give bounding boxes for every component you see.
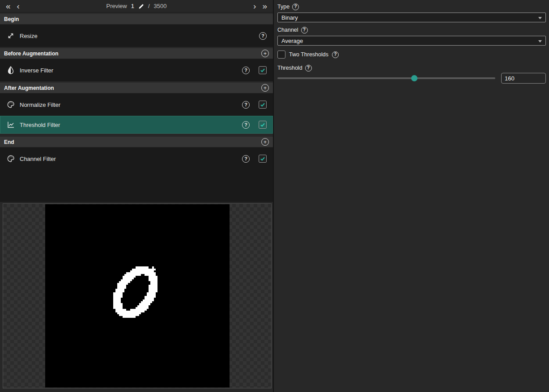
help-icon[interactable]: ? — [259, 32, 267, 40]
section-title: End — [4, 139, 14, 145]
threshold-label: Threshold — [277, 65, 302, 71]
type-label: Type — [277, 4, 289, 10]
pipeline-item-inverse-filter[interactable]: Inverse Filter ? — [0, 59, 273, 81]
threshold-value-input[interactable] — [501, 73, 546, 84]
section-header-after-augmentation: After Augmentation + — [0, 82, 273, 93]
add-filter-icon[interactable]: + — [261, 50, 269, 57]
pipeline-item-label: Inverse Filter — [20, 67, 53, 74]
line-chart-icon — [7, 121, 15, 129]
preview-label: Preview — [106, 3, 127, 9]
pipeline-empty-area — [0, 170, 273, 202]
help-icon[interactable]: ? — [242, 67, 250, 74]
type-select-value: Binary — [281, 14, 298, 21]
edit-page-icon[interactable] — [138, 4, 144, 9]
palette-icon — [7, 155, 15, 163]
help-icon[interactable]: ? — [242, 155, 250, 163]
type-field-label: Type ? — [277, 3, 546, 10]
help-icon[interactable]: ? — [305, 65, 312, 72]
help-icon[interactable]: ? — [301, 27, 308, 34]
pipeline-item-label: Resize — [20, 33, 38, 39]
section-header-before-augmentation: Before Augmentation + — [0, 48, 273, 59]
type-select[interactable]: Binary — [277, 13, 546, 22]
filter-enabled-checkbox[interactable] — [259, 155, 267, 163]
pipeline-item-channel-filter[interactable]: Channel Filter ? — [0, 148, 273, 170]
channel-field-label: Channel ? — [277, 26, 546, 34]
slider-thumb[interactable] — [411, 75, 417, 81]
pipeline-item-normalize-filter[interactable]: Normalize Filter ? — [0, 93, 273, 116]
filter-enabled-checkbox[interactable] — [259, 66, 267, 74]
section-header-begin: Begin — [0, 13, 273, 25]
channel-select-value: Average — [281, 38, 303, 44]
slider-track[interactable] — [277, 77, 495, 79]
pipeline-panel: « ‹ Preview 1 / 3500 › » Begin Resize ? … — [0, 0, 274, 392]
add-filter-icon[interactable]: + — [261, 84, 269, 92]
two-thresholds-row: Two Thresholds ? — [277, 51, 546, 59]
threshold-field-label: Threshold ? — [277, 64, 546, 72]
two-thresholds-label: Two Thresholds — [289, 51, 328, 58]
section-title: After Augmentation — [4, 85, 54, 91]
last-page-button[interactable]: » — [259, 0, 270, 12]
total-pages: 3500 — [154, 3, 167, 9]
filter-enabled-checkbox[interactable] — [259, 121, 267, 129]
threshold-slider[interactable] — [277, 73, 495, 84]
resize-icon — [7, 32, 15, 40]
preview-navigation-bar: « ‹ Preview 1 / 3500 › » — [0, 0, 273, 13]
help-icon[interactable]: ? — [292, 4, 299, 10]
filter-settings-panel: Type ? Binary Channel ? Average Two Thre… — [275, 0, 549, 392]
threshold-slider-row — [277, 73, 546, 84]
chevron-down-icon — [538, 40, 542, 42]
channel-label: Channel — [277, 27, 298, 33]
input-preview-canvas — [45, 204, 230, 388]
pipeline-item-resize[interactable]: Resize ? — [0, 25, 273, 47]
section-title: Before Augmentation — [4, 51, 59, 57]
pipeline-item-threshold-filter[interactable]: Threshold Filter ? — [0, 116, 273, 134]
help-icon[interactable]: ? — [242, 101, 250, 109]
two-thresholds-checkbox[interactable] — [277, 51, 285, 59]
pipeline-item-label: Channel Filter — [20, 156, 56, 162]
section-header-end: End + — [0, 136, 273, 148]
help-icon[interactable]: ? — [332, 51, 339, 58]
next-page-button[interactable]: › — [250, 0, 259, 12]
pipeline-item-label: Threshold Filter — [20, 122, 60, 128]
first-page-button[interactable]: « — [3, 0, 14, 12]
filter-enabled-checkbox[interactable] — [259, 101, 267, 109]
page-separator: / — [148, 3, 150, 9]
help-icon[interactable]: ? — [242, 121, 250, 129]
channel-select[interactable]: Average — [277, 36, 546, 46]
input-preview-panel — [3, 203, 272, 388]
previous-page-button[interactable]: ‹ — [14, 0, 23, 12]
pipeline-item-label: Normalize Filter — [20, 101, 60, 108]
palette-icon — [7, 101, 15, 109]
current-page-value[interactable]: 1 — [131, 3, 134, 9]
add-filter-icon[interactable]: + — [261, 138, 269, 146]
invert-colors-icon — [7, 66, 15, 74]
section-title: Begin — [4, 16, 19, 22]
chevron-down-icon — [538, 17, 542, 19]
